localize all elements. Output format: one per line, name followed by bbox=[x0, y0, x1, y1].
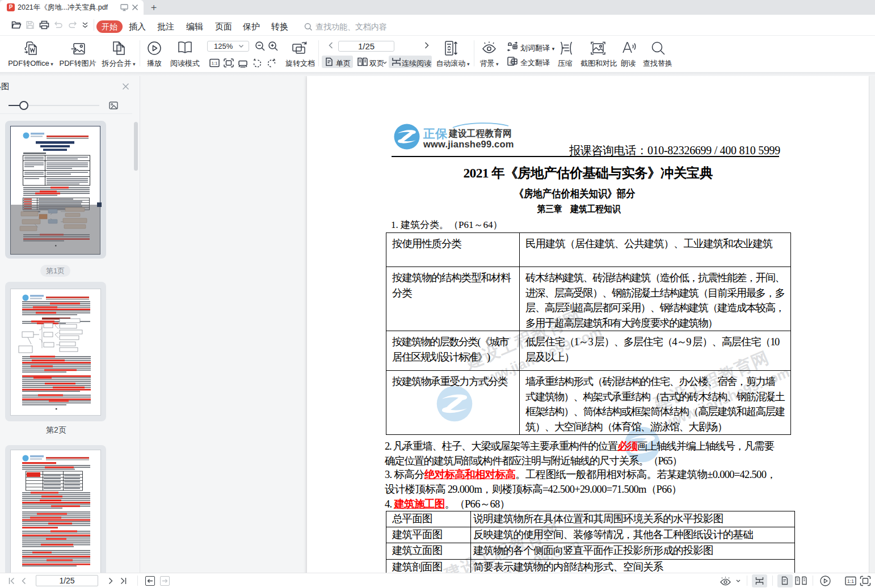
svg-text:1:1: 1:1 bbox=[847, 578, 854, 584]
svg-text:1:1: 1:1 bbox=[211, 61, 218, 66]
